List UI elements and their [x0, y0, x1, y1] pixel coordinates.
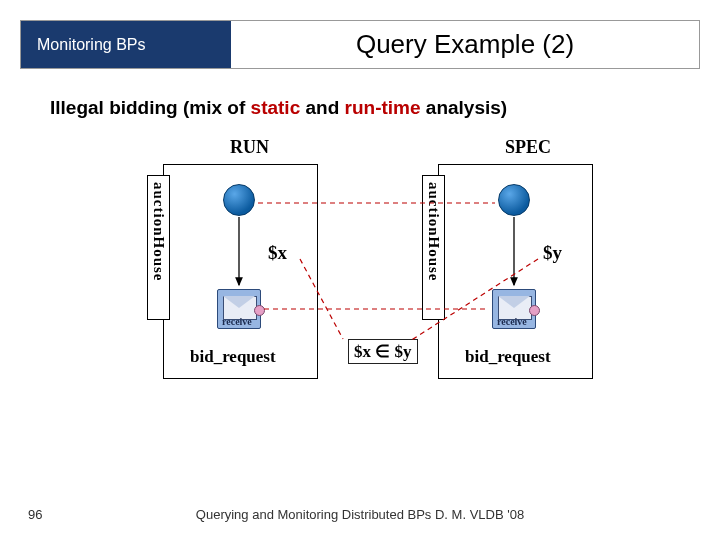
receive-label-left: receive — [222, 316, 252, 327]
connector-dot-icon — [254, 305, 265, 316]
auction-house-label-left: auctionHouse — [147, 175, 170, 320]
desc-prefix: Illegal bidding (mix of — [50, 97, 251, 118]
desc-suffix: analysis) — [421, 97, 508, 118]
variable-x: $x — [268, 242, 287, 264]
bid-request-label-left: bid_request — [190, 347, 276, 367]
variable-y: $y — [543, 242, 562, 264]
slide-header: Monitoring BPs Query Example (2) — [20, 20, 700, 69]
run-column-title: RUN — [230, 137, 269, 158]
diagram: RUN SPEC auctionHouse auctionHouse $x $y… — [40, 129, 680, 429]
receive-label-right: receive — [497, 316, 527, 327]
bid-request-label-right: bid_request — [465, 347, 551, 367]
desc-mid: and — [300, 97, 344, 118]
connector-dot-icon — [529, 305, 540, 316]
start-node-right — [498, 184, 530, 216]
slide-title: Query Example (2) — [231, 21, 699, 68]
desc-static: static — [251, 97, 301, 118]
spec-column-title: SPEC — [505, 137, 551, 158]
header-left-badge: Monitoring BPs — [21, 21, 231, 68]
auction-house-label-right: auctionHouse — [422, 175, 445, 320]
receive-icon-left: receive — [217, 289, 261, 329]
receive-icon-right: receive — [492, 289, 536, 329]
desc-runtime: run-time — [345, 97, 421, 118]
description-line: Illegal bidding (mix of static and run-t… — [50, 97, 680, 119]
start-node-left — [223, 184, 255, 216]
footer-text: Querying and Monitoring Distributed BPs … — [0, 507, 720, 522]
condition-expression: $x ∈ $y — [348, 339, 418, 364]
